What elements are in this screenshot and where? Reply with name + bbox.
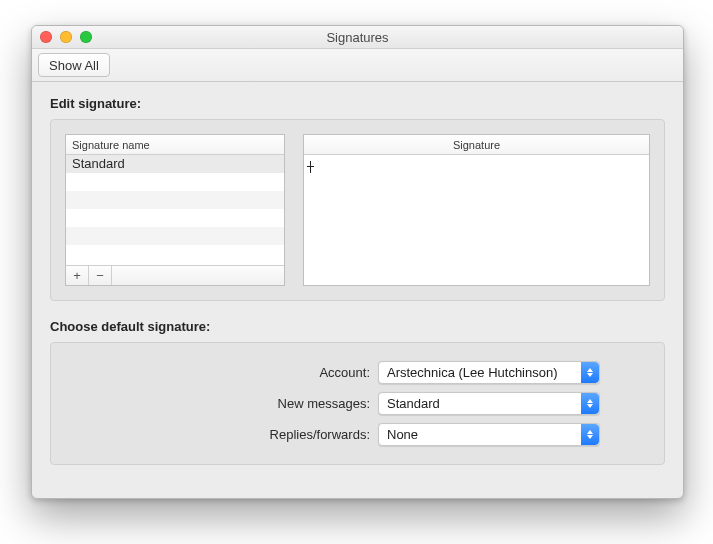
list-item[interactable] [66,227,284,245]
window-title: Signatures [326,30,388,45]
show-all-button[interactable]: Show All [38,53,110,77]
list-item[interactable]: Standard [66,155,284,173]
chevron-up-down-icon [581,393,599,414]
preferences-window: Signatures Show All Edit signature: Sign… [31,25,684,499]
chevron-up-down-icon [581,362,599,383]
account-select-value: Arstechnica (Lee Hutchinson) [387,365,558,380]
default-signature-group: Account: Arstechnica (Lee Hutchinson) Ne… [50,342,665,465]
list-item[interactable] [66,173,284,191]
signature-list-header: Signature name [66,135,284,155]
edit-signature-group: Signature name Standard + [50,119,665,301]
signature-list-rows[interactable]: Standard [66,155,284,265]
signature-list[interactable]: Signature name Standard + [65,134,285,286]
close-icon[interactable] [40,31,52,43]
replies-forwards-select[interactable]: None [378,423,600,446]
window-controls [40,31,92,43]
zoom-icon[interactable] [80,31,92,43]
new-messages-select[interactable]: Standard [378,392,600,415]
toolbar: Show All [32,49,683,82]
titlebar: Signatures [32,26,683,49]
choose-default-label: Choose default signature: [50,319,665,334]
list-item[interactable] [66,191,284,209]
list-footer: + − [66,265,284,285]
signature-editor[interactable]: Signature [303,134,650,286]
add-signature-button[interactable]: + [66,266,89,285]
list-item[interactable] [66,209,284,227]
new-messages-select-value: Standard [387,396,440,411]
chevron-up-down-icon [581,424,599,445]
signature-editor-body[interactable] [304,155,649,285]
edit-signature-label: Edit signature: [50,96,665,111]
remove-signature-button[interactable]: − [89,266,112,285]
list-item[interactable] [66,245,284,263]
signature-editor-header: Signature [304,135,649,155]
replies-forwards-label: Replies/forwards: [65,427,378,442]
replies-forwards-select-value: None [387,427,418,442]
account-select[interactable]: Arstechnica (Lee Hutchinson) [378,361,600,384]
minimize-icon[interactable] [60,31,72,43]
new-messages-label: New messages: [65,396,378,411]
account-label: Account: [65,365,378,380]
